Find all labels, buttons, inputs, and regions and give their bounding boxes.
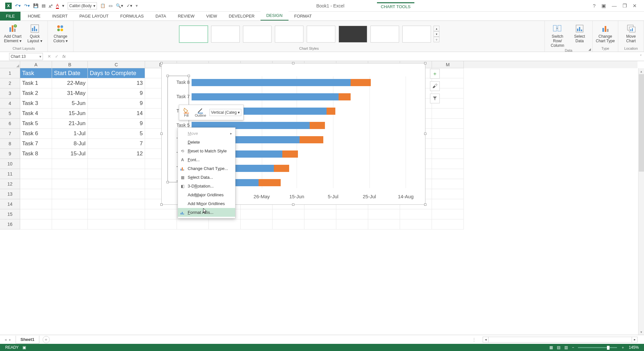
cell[interactable]: Task 2 — [20, 88, 52, 98]
change-chart-type-button[interactable]: Change Chart Type — [595, 22, 615, 44]
cell[interactable]: Task 6 — [20, 129, 52, 139]
styles-scroll-up[interactable]: ▴ — [434, 26, 439, 31]
cell[interactable] — [52, 159, 88, 169]
qat-customize-icon[interactable]: ▾ — [136, 3, 138, 8]
row-header[interactable]: 8 — [0, 139, 20, 149]
cell[interactable] — [88, 159, 145, 169]
redo-icon[interactable]: ↷▾ — [24, 3, 30, 8]
cell[interactable] — [241, 219, 273, 229]
styles-scroll-down[interactable]: ▾ — [434, 31, 439, 37]
cell[interactable] — [20, 219, 52, 229]
data-group-launcher-icon[interactable]: ◢ — [588, 47, 591, 51]
menu-3d-rotation[interactable]: ◧3-D Rotation... — [178, 182, 235, 190]
cell[interactable]: Task 5 — [20, 119, 52, 129]
save-icon[interactable]: 💾 — [33, 3, 38, 8]
row-header[interactable]: 4 — [0, 98, 20, 109]
cell[interactable] — [20, 179, 52, 189]
column-header[interactable]: C — [88, 61, 145, 68]
cell[interactable]: 15-Jun — [52, 109, 88, 119]
cell[interactable] — [304, 209, 336, 219]
chart-style-3[interactable] — [243, 26, 272, 43]
cell[interactable] — [241, 209, 273, 219]
row-header[interactable]: 14 — [0, 199, 20, 209]
category-axis-label[interactable]: Task 5 — [168, 123, 190, 128]
new-icon[interactable]: ▭ — [109, 3, 113, 8]
menu-add-minor-gridlines[interactable]: Add Minor Gridlines — [178, 199, 235, 208]
cell[interactable]: 1-Jul — [52, 129, 88, 139]
row-header[interactable]: 13 — [0, 189, 20, 199]
tab-insert[interactable]: INSERT — [46, 12, 73, 20]
cell[interactable] — [432, 129, 464, 139]
cell[interactable] — [20, 189, 52, 199]
tab-view[interactable]: VIEW — [200, 12, 223, 20]
chart-style-5[interactable] — [307, 26, 335, 43]
cell[interactable]: 5-Jun — [52, 98, 88, 109]
paste-icon[interactable]: 📋 — [100, 3, 105, 8]
column-header[interactable]: M — [432, 61, 464, 68]
cell[interactable] — [368, 219, 400, 229]
expand-formula-bar-icon[interactable]: ˅ — [637, 54, 644, 59]
quick-layout-button[interactable]: Quick Layout ▾ — [25, 22, 45, 44]
spell-icon[interactable]: ✓▾ — [127, 3, 132, 8]
cell[interactable]: Task 3 — [20, 98, 52, 109]
chart-bar[interactable] — [192, 93, 419, 100]
chart-style-7[interactable] — [370, 26, 399, 43]
restore-icon[interactable]: ❐ — [623, 3, 627, 9]
cell[interactable] — [52, 209, 88, 219]
ribbon-display-icon[interactable]: ▣ — [601, 3, 606, 9]
cell[interactable] — [88, 209, 145, 219]
column-header[interactable]: A — [20, 61, 52, 68]
row-header[interactable]: 15 — [0, 209, 20, 219]
formula-input[interactable] — [68, 53, 637, 60]
add-chart-element-button[interactable]: + Add Chart Element ▾ — [3, 22, 23, 44]
cell[interactable]: Task 8 — [20, 149, 52, 159]
tab-page-layout[interactable]: PAGE LAYOUT — [74, 12, 114, 20]
cell[interactable] — [400, 209, 432, 219]
row-header[interactable]: 5 — [0, 109, 20, 119]
cell[interactable] — [432, 199, 464, 209]
category-axis-label[interactable]: Task 7 — [168, 94, 190, 99]
cell[interactable]: 14 — [88, 109, 145, 119]
cell[interactable]: 9 — [88, 98, 145, 109]
scrollbar-thumb[interactable] — [639, 74, 644, 172]
close-icon[interactable]: ✕ — [633, 3, 637, 9]
cell[interactable] — [336, 209, 368, 219]
cell[interactable]: 15-Jul — [52, 149, 88, 159]
tab-formulas[interactable]: FORMULAS — [114, 12, 150, 20]
cell[interactable] — [145, 219, 177, 229]
menu-reset-match-style[interactable]: ⟲Reset to Match Style — [178, 147, 235, 155]
vertical-scrollbar[interactable]: ▴ ▾ — [638, 68, 644, 335]
cell[interactable] — [304, 219, 336, 229]
cell[interactable]: Start Date — [52, 68, 88, 78]
cell[interactable] — [52, 169, 88, 179]
cell[interactable] — [52, 219, 88, 229]
enter-formula-icon[interactable]: ✓ — [55, 54, 59, 59]
scroll-up-icon[interactable]: ▴ — [638, 68, 644, 74]
help-icon[interactable]: ? — [593, 3, 596, 8]
cell[interactable]: 31-May — [52, 88, 88, 98]
cell[interactable] — [432, 179, 464, 189]
cell[interactable] — [273, 209, 304, 219]
row-header[interactable]: 11 — [0, 169, 20, 179]
cell[interactable] — [88, 219, 145, 229]
cell[interactable] — [20, 199, 52, 209]
fx-icon[interactable]: fx — [62, 54, 68, 59]
select-data-button[interactable]: Select Data — [570, 22, 590, 44]
category-axis-label[interactable]: Task 8 — [168, 80, 190, 85]
mini-fill-button[interactable]: Fill — [181, 107, 192, 118]
cell[interactable]: Task 4 — [20, 109, 52, 119]
cell[interactable]: Task 1 — [20, 78, 52, 88]
cell[interactable]: 9 — [88, 88, 145, 98]
cell[interactable]: 7 — [88, 139, 145, 149]
font-size-icon[interactable]: A▾ — [49, 3, 53, 8]
cell[interactable] — [432, 159, 464, 169]
cell[interactable]: 13 — [88, 78, 145, 88]
cell[interactable] — [88, 199, 145, 209]
chart-style-4[interactable] — [275, 26, 303, 43]
row-header[interactable]: 6 — [0, 119, 20, 129]
row-header[interactable]: 16 — [0, 219, 20, 229]
cell[interactable]: 22-May — [52, 78, 88, 88]
cell[interactable]: 21-Jun — [52, 119, 88, 129]
column-header[interactable]: B — [52, 61, 88, 68]
cell[interactable] — [336, 219, 368, 229]
